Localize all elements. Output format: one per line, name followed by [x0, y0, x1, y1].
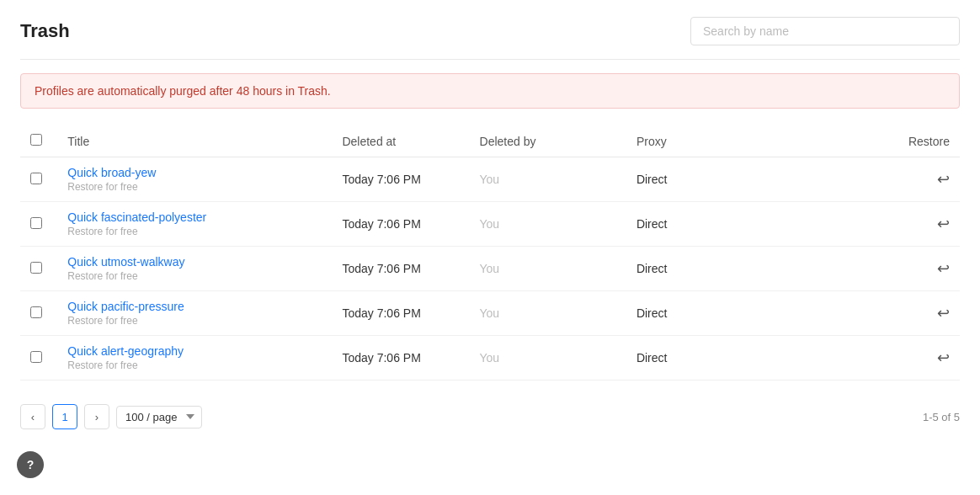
restore-button[interactable]: ↩ — [892, 304, 950, 322]
row-checkbox-cell — [20, 157, 57, 202]
row-checkbox[interactable] — [30, 217, 42, 229]
row-proxy-cell: Direct — [626, 202, 881, 247]
restore-button[interactable]: ↩ — [892, 349, 950, 367]
row-deleted-at-cell: Today 7:06 PM — [332, 202, 469, 247]
row-checkbox-cell — [20, 202, 57, 247]
restore-hint: Restore for free — [67, 359, 322, 371]
pagination-summary: 1-5 of 5 — [923, 411, 960, 423]
row-title-cell: Quick utmost-walkway Restore for free — [57, 247, 332, 291]
alert-text: Profiles are automatically purged after … — [35, 84, 331, 98]
next-page-button[interactable]: › — [84, 404, 109, 429]
deleted-at-value: Today 7:06 PM — [342, 262, 420, 275]
current-page-button[interactable]: 1 — [52, 404, 77, 429]
row-restore-cell[interactable]: ↩ — [881, 336, 960, 381]
page-header: Trash — [20, 17, 960, 45]
deleted-by-value: You — [480, 262, 500, 275]
row-checkbox-cell — [20, 336, 57, 381]
profile-name[interactable]: Quick fascinated-polyester — [67, 210, 322, 224]
row-restore-cell[interactable]: ↩ — [881, 202, 960, 247]
proxy-value: Direct — [636, 306, 668, 320]
row-checkbox[interactable] — [30, 173, 42, 184]
profile-name[interactable]: Quick utmost-walkway — [67, 255, 322, 269]
search-input[interactable] — [690, 17, 960, 45]
prev-page-button[interactable]: ‹ — [20, 404, 45, 429]
row-deleted-by-cell: You — [470, 202, 626, 247]
row-checkbox[interactable] — [30, 351, 42, 363]
restore-hint: Restore for free — [67, 226, 322, 237]
proxy-value: Direct — [636, 173, 668, 186]
alert-banner: Profiles are automatically purged after … — [20, 73, 960, 109]
select-all-checkbox[interactable] — [30, 134, 42, 146]
table-row: Quick fascinated-polyester Restore for f… — [20, 202, 960, 247]
row-title-cell: Quick broad-yew Restore for free — [57, 157, 332, 202]
page-size-select[interactable]: 100 / page 50 / page 25 / page — [116, 406, 202, 428]
row-checkbox-cell — [20, 247, 57, 291]
row-checkbox-cell — [20, 291, 57, 336]
trash-table: Title Deleted at Deleted by Proxy Restor… — [20, 125, 960, 381]
row-title-cell: Quick alert-geography Restore for free — [57, 336, 332, 381]
header-checkbox-cell — [20, 125, 57, 157]
restore-hint: Restore for free — [67, 181, 322, 193]
deleted-at-value: Today 7:06 PM — [342, 351, 420, 365]
header-divider — [20, 59, 960, 60]
row-deleted-at-cell: Today 7:06 PM — [332, 336, 469, 381]
restore-hint: Restore for free — [67, 315, 322, 327]
table-row: Quick broad-yew Restore for free Today 7… — [20, 157, 960, 202]
proxy-value: Direct — [636, 262, 668, 275]
pagination-left: ‹ 1 › 100 / page 50 / page 25 / page — [20, 404, 202, 429]
col-header-proxy: Proxy — [626, 125, 881, 157]
deleted-at-value: Today 7:06 PM — [342, 173, 420, 186]
restore-hint: Restore for free — [67, 270, 322, 282]
row-proxy-cell: Direct — [626, 157, 881, 202]
proxy-value: Direct — [636, 217, 668, 231]
row-restore-cell[interactable]: ↩ — [881, 157, 960, 202]
row-deleted-at-cell: Today 7:06 PM — [332, 157, 469, 202]
row-title-cell: Quick fascinated-polyester Restore for f… — [57, 202, 332, 247]
table-row: Quick alert-geography Restore for free T… — [20, 336, 960, 381]
row-title-cell: Quick pacific-pressure Restore for free — [57, 291, 332, 336]
restore-button[interactable]: ↩ — [892, 170, 950, 189]
row-deleted-by-cell: You — [470, 336, 626, 381]
row-deleted-at-cell: Today 7:06 PM — [332, 247, 469, 291]
table-row: Quick pacific-pressure Restore for free … — [20, 291, 960, 336]
proxy-value: Direct — [636, 351, 668, 365]
deleted-by-value: You — [480, 306, 500, 320]
row-proxy-cell: Direct — [626, 336, 881, 381]
col-header-deleted-by: Deleted by — [470, 125, 626, 157]
trash-page: Trash Profiles are automatically purged … — [0, 0, 980, 453]
row-checkbox[interactable] — [30, 262, 42, 274]
row-restore-cell[interactable]: ↩ — [881, 247, 960, 291]
row-proxy-cell: Direct — [626, 247, 881, 291]
restore-button[interactable]: ↩ — [892, 215, 950, 233]
deleted-by-value: You — [480, 217, 500, 231]
row-deleted-by-cell: You — [470, 157, 626, 202]
row-deleted-by-cell: You — [470, 247, 626, 291]
deleted-by-value: You — [480, 351, 500, 365]
table-row: Quick utmost-walkway Restore for free To… — [20, 247, 960, 291]
row-checkbox[interactable] — [30, 306, 42, 318]
row-deleted-at-cell: Today 7:06 PM — [332, 291, 469, 336]
deleted-by-value: You — [480, 173, 500, 186]
col-header-deleted-at: Deleted at — [332, 125, 469, 157]
row-restore-cell[interactable]: ↩ — [881, 291, 960, 336]
col-header-restore: Restore — [881, 125, 960, 157]
row-proxy-cell: Direct — [626, 291, 881, 336]
deleted-at-value: Today 7:06 PM — [342, 306, 420, 320]
restore-button[interactable]: ↩ — [892, 259, 950, 278]
deleted-at-value: Today 7:06 PM — [342, 217, 420, 231]
profile-name[interactable]: Quick alert-geography — [67, 344, 322, 358]
page-title: Trash — [20, 20, 70, 42]
row-deleted-by-cell: You — [470, 291, 626, 336]
profile-name[interactable]: Quick broad-yew — [67, 166, 322, 179]
col-header-title: Title — [57, 125, 332, 157]
pagination: ‹ 1 › 100 / page 50 / page 25 / page 1-5… — [20, 397, 960, 436]
profile-name[interactable]: Quick pacific-pressure — [67, 300, 322, 313]
